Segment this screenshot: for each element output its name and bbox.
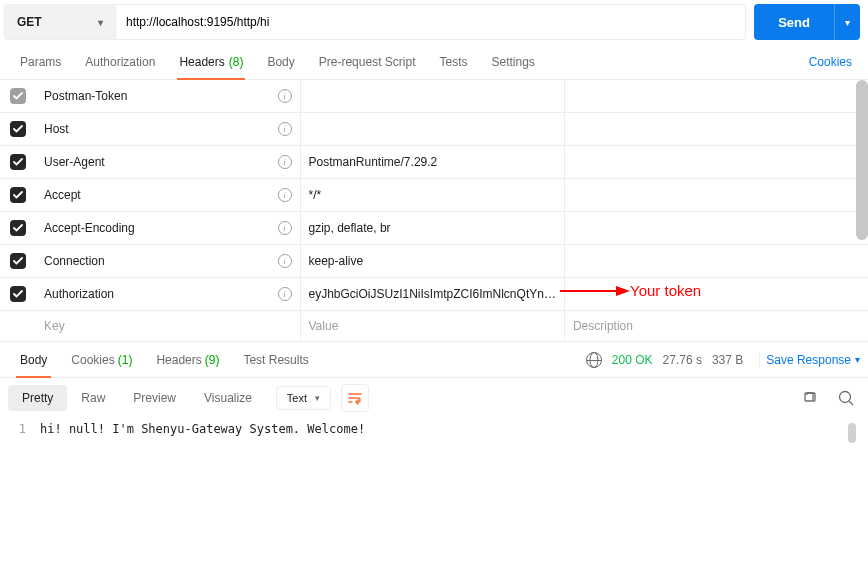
table-row-new[interactable]: KeyValueDescription <box>0 311 868 342</box>
send-dropdown-button[interactable]: ▾ <box>834 4 860 40</box>
table-row[interactable]: Accepti*/* <box>0 179 868 212</box>
svg-line-4 <box>849 401 853 405</box>
tab-pre-request-script[interactable]: Pre-request Script <box>307 44 428 79</box>
info-icon[interactable]: i <box>278 287 292 301</box>
resp-tab-headers[interactable]: Headers (9) <box>144 342 231 377</box>
checkbox[interactable] <box>10 121 26 137</box>
headers-table: Postman-TokeniHostiUser-AgentiPostmanRun… <box>0 80 868 342</box>
info-icon[interactable]: i <box>278 254 292 268</box>
info-icon[interactable]: i <box>278 188 292 202</box>
checkbox[interactable] <box>10 187 26 203</box>
resp-tab-test-results[interactable]: Test Results <box>231 342 320 377</box>
send-button[interactable]: Send <box>754 4 834 40</box>
table-row[interactable]: Postman-Tokeni <box>0 80 868 113</box>
resp-tab-cookies[interactable]: Cookies (1) <box>59 342 144 377</box>
search-button[interactable] <box>832 384 860 412</box>
chevron-down-icon: ▾ <box>845 17 850 28</box>
table-row[interactable]: Accept-Encodingigzip, deflate, br <box>0 212 868 245</box>
checkbox[interactable] <box>10 88 26 104</box>
header-value-input[interactable]: Value <box>300 311 564 342</box>
header-key[interactable]: Authorization <box>44 287 114 301</box>
header-value[interactable]: PostmanRuntime/7.29.2 <box>309 155 438 169</box>
wrap-icon <box>347 390 363 406</box>
table-row[interactable]: AuthorizationieyJhbGciOiJSUzI1NiIsImtpZC… <box>0 278 868 311</box>
tab-authorization[interactable]: Authorization <box>73 44 167 79</box>
header-key[interactable]: Accept <box>44 188 81 202</box>
view-pretty[interactable]: Pretty <box>8 385 67 411</box>
url-input[interactable] <box>116 4 746 40</box>
response-body[interactable]: 1 hi! null! I'm Shenyu-Gateway System. W… <box>0 418 868 440</box>
header-desc-input[interactable]: Description <box>564 311 868 342</box>
view-raw[interactable]: Raw <box>67 385 119 411</box>
header-key-input[interactable]: Key <box>36 311 300 342</box>
tab-headers[interactable]: Headers (8) <box>167 44 255 79</box>
info-icon[interactable]: i <box>278 122 292 136</box>
chevron-down-icon: ▾ <box>315 393 320 403</box>
svg-point-3 <box>839 391 850 402</box>
resp-tab-body[interactable]: Body <box>8 342 59 377</box>
response-text: hi! null! I'm Shenyu-Gateway System. Wel… <box>40 422 868 436</box>
tab-body[interactable]: Body <box>255 44 306 79</box>
copy-button[interactable] <box>796 384 824 412</box>
table-row[interactable]: Hosti <box>0 113 868 146</box>
response-time: 27.76 s <box>663 353 702 367</box>
cookies-link[interactable]: Cookies <box>801 55 860 69</box>
globe-icon[interactable] <box>586 352 602 368</box>
chevron-down-icon: ▾ <box>855 354 860 365</box>
arrow-icon <box>560 284 630 298</box>
search-icon <box>838 390 855 407</box>
info-icon[interactable]: i <box>278 155 292 169</box>
checkbox[interactable] <box>10 286 26 302</box>
info-icon[interactable]: i <box>278 89 292 103</box>
header-key[interactable]: Postman-Token <box>44 89 127 103</box>
checkbox[interactable] <box>10 154 26 170</box>
svg-marker-1 <box>616 286 630 296</box>
table-row[interactable]: User-AgentiPostmanRuntime/7.29.2 <box>0 146 868 179</box>
header-value[interactable]: */* <box>309 188 322 202</box>
header-key[interactable]: Connection <box>44 254 105 268</box>
view-visualize[interactable]: Visualize <box>190 385 266 411</box>
tab-settings[interactable]: Settings <box>480 44 547 79</box>
checkbox[interactable] <box>10 220 26 236</box>
header-key[interactable]: Accept-Encoding <box>44 221 135 235</box>
svg-rect-2 <box>805 393 813 401</box>
line-number: 1 <box>0 422 40 436</box>
copy-icon <box>802 390 818 406</box>
header-value[interactable]: eyJhbGciOiJSUzI1NiIsImtpZCI6ImNlcnQtYn… <box>309 287 556 301</box>
line-wrap-button[interactable] <box>341 384 369 412</box>
chevron-down-icon: ▾ <box>98 17 103 28</box>
scrollbar[interactable] <box>856 80 868 240</box>
tab-headers-label: Headers <box>179 55 224 69</box>
header-key[interactable]: User-Agent <box>44 155 105 169</box>
view-preview[interactable]: Preview <box>119 385 190 411</box>
tab-tests[interactable]: Tests <box>427 44 479 79</box>
header-value[interactable]: keep-alive <box>309 254 364 268</box>
http-method-select[interactable]: GET ▾ <box>4 4 116 40</box>
tab-params[interactable]: Params <box>8 44 73 79</box>
http-method-value: GET <box>17 15 42 29</box>
annotation-label: Your token <box>630 282 701 299</box>
divider <box>759 352 760 368</box>
info-icon[interactable]: i <box>278 221 292 235</box>
status-code: 200 OK <box>612 353 653 367</box>
annotation-your-token: Your token <box>560 282 701 299</box>
header-key[interactable]: Host <box>44 122 69 136</box>
save-response-button[interactable]: Save Response ▾ <box>766 353 860 367</box>
tab-headers-count: (8) <box>229 55 244 69</box>
checkbox[interactable] <box>10 253 26 269</box>
scrollbar[interactable] <box>848 423 856 443</box>
table-row[interactable]: Connectionikeep-alive <box>0 245 868 278</box>
header-value[interactable]: gzip, deflate, br <box>309 221 391 235</box>
body-language-select[interactable]: Text ▾ <box>276 386 331 410</box>
response-size: 337 B <box>712 353 743 367</box>
